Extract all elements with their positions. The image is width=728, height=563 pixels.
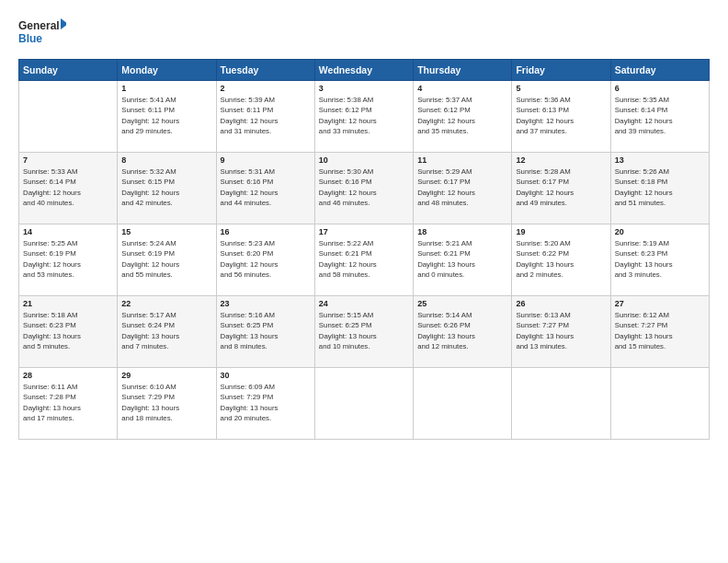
day-number: 10 xyxy=(319,155,409,165)
cell-info: Sunrise: 5:32 AM Sunset: 6:15 PM Dayligh… xyxy=(121,167,211,208)
day-number: 9 xyxy=(221,155,311,165)
cell-info: Sunrise: 5:38 AM Sunset: 6:12 PM Dayligh… xyxy=(319,95,409,136)
day-number: 22 xyxy=(121,299,211,308)
day-number: 12 xyxy=(516,155,606,165)
cell-info: Sunrise: 6:13 AM Sunset: 7:27 PM Dayligh… xyxy=(516,310,606,351)
calendar-cell: 6Sunrise: 5:35 AM Sunset: 6:14 PM Daylig… xyxy=(610,81,709,153)
day-number: 28 xyxy=(23,371,113,380)
cell-info: Sunrise: 5:23 AM Sunset: 6:20 PM Dayligh… xyxy=(221,238,311,280)
cell-info: Sunrise: 5:29 AM Sunset: 6:17 PM Dayligh… xyxy=(417,167,507,208)
day-number: 5 xyxy=(516,84,606,93)
logo: General Blue xyxy=(18,17,66,52)
cell-info: Sunrise: 5:17 AM Sunset: 6:24 PM Dayligh… xyxy=(121,310,211,351)
calendar-cell: 1Sunrise: 5:41 AM Sunset: 6:11 PM Daylig… xyxy=(118,81,216,153)
day-number: 6 xyxy=(615,84,705,93)
week-row-1: 1Sunrise: 5:41 AM Sunset: 6:11 PM Daylig… xyxy=(19,81,710,153)
cell-info: Sunrise: 5:39 AM Sunset: 6:11 PM Dayligh… xyxy=(221,95,311,136)
cell-info: Sunrise: 5:28 AM Sunset: 6:17 PM Dayligh… xyxy=(516,167,606,208)
day-number: 30 xyxy=(221,371,311,380)
day-number: 13 xyxy=(615,155,705,165)
day-number: 1 xyxy=(121,84,211,93)
calendar-cell: 27Sunrise: 6:12 AM Sunset: 7:27 PM Dayli… xyxy=(610,296,709,368)
cell-info: Sunrise: 6:12 AM Sunset: 7:27 PM Dayligh… xyxy=(615,310,705,351)
calendar-cell xyxy=(414,368,512,440)
day-number: 19 xyxy=(516,227,606,236)
calendar-cell: 28Sunrise: 6:11 AM Sunset: 7:28 PM Dayli… xyxy=(19,368,118,440)
week-row-4: 21Sunrise: 5:18 AM Sunset: 6:23 PM Dayli… xyxy=(19,296,710,368)
calendar-cell xyxy=(512,368,610,440)
cell-info: Sunrise: 5:33 AM Sunset: 6:14 PM Dayligh… xyxy=(23,167,113,208)
svg-text:General: General xyxy=(18,19,60,32)
cell-info: Sunrise: 5:14 AM Sunset: 6:26 PM Dayligh… xyxy=(417,310,507,351)
calendar-cell: 29Sunrise: 6:10 AM Sunset: 7:29 PM Dayli… xyxy=(118,368,216,440)
cell-info: Sunrise: 5:31 AM Sunset: 6:16 PM Dayligh… xyxy=(221,167,311,208)
day-number: 8 xyxy=(121,155,211,165)
calendar-cell: 2Sunrise: 5:39 AM Sunset: 6:11 PM Daylig… xyxy=(216,81,314,153)
calendar-header-row: SundayMondayTuesdayWednesdayThursdayFrid… xyxy=(19,60,710,81)
day-number: 24 xyxy=(319,299,409,308)
calendar-cell: 16Sunrise: 5:23 AM Sunset: 6:20 PM Dayli… xyxy=(216,224,314,296)
calendar-cell: 4Sunrise: 5:37 AM Sunset: 6:12 PM Daylig… xyxy=(414,81,512,153)
calendar-cell: 30Sunrise: 6:09 AM Sunset: 7:29 PM Dayli… xyxy=(216,368,314,440)
day-number: 25 xyxy=(417,299,507,308)
cell-info: Sunrise: 5:22 AM Sunset: 6:21 PM Dayligh… xyxy=(319,238,409,280)
cell-info: Sunrise: 5:37 AM Sunset: 6:12 PM Dayligh… xyxy=(417,95,507,136)
week-row-3: 14Sunrise: 5:25 AM Sunset: 6:19 PM Dayli… xyxy=(19,224,710,296)
calendar-cell: 12Sunrise: 5:28 AM Sunset: 6:17 PM Dayli… xyxy=(512,153,610,224)
calendar-cell: 5Sunrise: 5:36 AM Sunset: 6:13 PM Daylig… xyxy=(512,81,610,153)
cell-info: Sunrise: 5:25 AM Sunset: 6:19 PM Dayligh… xyxy=(23,238,113,280)
calendar-cell xyxy=(314,368,413,440)
day-number: 29 xyxy=(121,371,211,380)
cell-info: Sunrise: 6:09 AM Sunset: 7:29 PM Dayligh… xyxy=(221,382,311,423)
header-friday: Friday xyxy=(512,60,610,81)
calendar-cell: 20Sunrise: 5:19 AM Sunset: 6:23 PM Dayli… xyxy=(610,224,709,296)
day-number: 11 xyxy=(417,155,507,165)
day-number: 21 xyxy=(23,299,113,308)
week-row-2: 7Sunrise: 5:33 AM Sunset: 6:14 PM Daylig… xyxy=(19,153,710,224)
cell-info: Sunrise: 5:41 AM Sunset: 6:11 PM Dayligh… xyxy=(121,95,211,136)
calendar-cell: 26Sunrise: 6:13 AM Sunset: 7:27 PM Dayli… xyxy=(512,296,610,368)
cell-info: Sunrise: 5:15 AM Sunset: 6:25 PM Dayligh… xyxy=(319,310,409,351)
calendar-cell: 15Sunrise: 5:24 AM Sunset: 6:19 PM Dayli… xyxy=(118,224,216,296)
svg-text:Blue: Blue xyxy=(18,32,42,45)
page-header: General Blue xyxy=(18,17,710,52)
cell-info: Sunrise: 5:20 AM Sunset: 6:22 PM Dayligh… xyxy=(516,238,606,280)
calendar-cell: 8Sunrise: 5:32 AM Sunset: 6:15 PM Daylig… xyxy=(118,153,216,224)
calendar-table: SundayMondayTuesdayWednesdayThursdayFrid… xyxy=(18,59,710,440)
calendar-cell: 17Sunrise: 5:22 AM Sunset: 6:21 PM Dayli… xyxy=(314,224,413,296)
calendar-cell: 13Sunrise: 5:26 AM Sunset: 6:18 PM Dayli… xyxy=(610,153,709,224)
cell-info: Sunrise: 5:26 AM Sunset: 6:18 PM Dayligh… xyxy=(615,167,705,208)
calendar-cell: 25Sunrise: 5:14 AM Sunset: 6:26 PM Dayli… xyxy=(414,296,512,368)
cell-info: Sunrise: 5:19 AM Sunset: 6:23 PM Dayligh… xyxy=(615,238,705,280)
cell-info: Sunrise: 5:24 AM Sunset: 6:19 PM Dayligh… xyxy=(121,238,211,280)
calendar-cell: 9Sunrise: 5:31 AM Sunset: 6:16 PM Daylig… xyxy=(216,153,314,224)
logo-svg: General Blue xyxy=(18,17,66,52)
calendar-cell xyxy=(610,368,709,440)
header-monday: Monday xyxy=(118,60,216,81)
day-number: 14 xyxy=(23,227,113,236)
cell-info: Sunrise: 6:10 AM Sunset: 7:29 PM Dayligh… xyxy=(121,382,211,423)
day-number: 4 xyxy=(417,84,507,93)
header-tuesday: Tuesday xyxy=(216,60,314,81)
calendar-cell: 21Sunrise: 5:18 AM Sunset: 6:23 PM Dayli… xyxy=(19,296,118,368)
svg-marker-2 xyxy=(61,18,66,29)
calendar-cell: 3Sunrise: 5:38 AM Sunset: 6:12 PM Daylig… xyxy=(314,81,413,153)
cell-info: Sunrise: 5:16 AM Sunset: 6:25 PM Dayligh… xyxy=(221,310,311,351)
week-row-5: 28Sunrise: 6:11 AM Sunset: 7:28 PM Dayli… xyxy=(19,368,710,440)
day-number: 20 xyxy=(615,227,705,236)
header-thursday: Thursday xyxy=(414,60,512,81)
calendar-cell: 18Sunrise: 5:21 AM Sunset: 6:21 PM Dayli… xyxy=(414,224,512,296)
calendar-cell: 22Sunrise: 5:17 AM Sunset: 6:24 PM Dayli… xyxy=(118,296,216,368)
calendar-cell xyxy=(19,81,118,153)
day-number: 18 xyxy=(417,227,507,236)
calendar-cell: 7Sunrise: 5:33 AM Sunset: 6:14 PM Daylig… xyxy=(19,153,118,224)
day-number: 15 xyxy=(121,227,211,236)
day-number: 2 xyxy=(221,84,311,93)
header-wednesday: Wednesday xyxy=(314,60,413,81)
cell-info: Sunrise: 5:18 AM Sunset: 6:23 PM Dayligh… xyxy=(23,310,113,351)
header-saturday: Saturday xyxy=(610,60,709,81)
header-sunday: Sunday xyxy=(19,60,118,81)
calendar-cell: 24Sunrise: 5:15 AM Sunset: 6:25 PM Dayli… xyxy=(314,296,413,368)
calendar-cell: 10Sunrise: 5:30 AM Sunset: 6:16 PM Dayli… xyxy=(314,153,413,224)
cell-info: Sunrise: 5:36 AM Sunset: 6:13 PM Dayligh… xyxy=(516,95,606,136)
